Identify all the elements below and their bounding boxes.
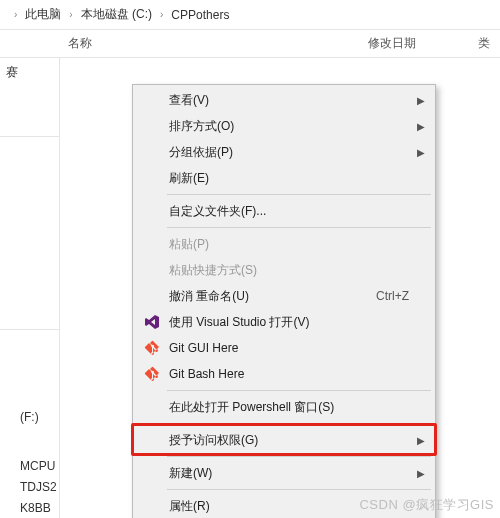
file-list-area[interactable]: 查看(V) ▶ 排序方式(O) ▶ 分组依据(P) ▶ 刷新(E) 自定义文件夹… <box>60 58 500 518</box>
menu-customize-folder[interactable]: 自定义文件夹(F)... <box>135 198 433 224</box>
menu-separator <box>167 456 431 457</box>
context-menu: 查看(V) ▶ 排序方式(O) ▶ 分组依据(P) ▶ 刷新(E) 自定义文件夹… <box>132 84 436 518</box>
git-icon <box>139 338 165 358</box>
column-name[interactable]: 名称 <box>60 35 360 52</box>
sidebar-item[interactable]: K8BB <box>0 497 59 518</box>
chevron-right-icon: › <box>154 9 169 20</box>
visual-studio-icon <box>139 312 165 332</box>
sidebar-item[interactable]: TDJS2 <box>0 476 59 497</box>
menu-separator <box>167 423 431 424</box>
menu-refresh[interactable]: 刷新(E) <box>135 165 433 191</box>
chevron-right-icon: ▶ <box>417 468 425 479</box>
column-date-modified[interactable]: 修改日期 <box>360 35 470 52</box>
watermark: CSDN @疯狂学习GIS <box>359 496 494 514</box>
menu-paste-shortcut: 粘贴快捷方式(S) <box>135 257 433 283</box>
chevron-right-icon: ▶ <box>417 147 425 158</box>
menu-open-powershell[interactable]: 在此处打开 Powershell 窗口(S) <box>135 394 433 420</box>
menu-git-bash[interactable]: Git Bash Here <box>135 361 433 387</box>
breadcrumb-this-pc[interactable]: 此电脑 <box>23 6 63 23</box>
menu-open-visual-studio[interactable]: 使用 Visual Studio 打开(V) <box>135 309 433 335</box>
menu-separator <box>167 390 431 391</box>
breadcrumb[interactable]: › 此电脑 › 本地磁盘 (C:) › CPPothers <box>0 0 500 30</box>
navigation-sidebar[interactable]: 赛 (F:) MCPU TDJS2 K8BB <box>0 58 60 518</box>
chevron-right-icon: ▶ <box>417 435 425 446</box>
menu-view[interactable]: 查看(V) ▶ <box>135 87 433 113</box>
menu-separator <box>167 489 431 490</box>
menu-separator <box>167 194 431 195</box>
menu-group-by[interactable]: 分组依据(P) ▶ <box>135 139 433 165</box>
menu-sort-by[interactable]: 排序方式(O) ▶ <box>135 113 433 139</box>
menu-grant-access[interactable]: 授予访问权限(G) ▶ <box>135 427 433 453</box>
menu-git-gui[interactable]: Git GUI Here <box>135 335 433 361</box>
menu-undo-rename[interactable]: 撤消 重命名(U) Ctrl+Z <box>135 283 433 309</box>
menu-separator <box>167 227 431 228</box>
shortcut-label: Ctrl+Z <box>376 289 427 303</box>
git-icon <box>139 364 165 384</box>
chevron-right-icon: ▶ <box>417 95 425 106</box>
sidebar-item[interactable]: (F:) <box>0 406 59 427</box>
sidebar-item[interactable]: MCPU <box>0 455 59 476</box>
column-type[interactable]: 类 <box>470 35 500 52</box>
column-headers: 名称 修改日期 类 <box>0 30 500 58</box>
chevron-right-icon: › <box>8 9 23 20</box>
breadcrumb-folder[interactable]: CPPothers <box>169 8 231 22</box>
chevron-right-icon: › <box>63 9 78 20</box>
sidebar-item[interactable]: 赛 <box>0 60 59 84</box>
chevron-right-icon: ▶ <box>417 121 425 132</box>
breadcrumb-drive[interactable]: 本地磁盘 (C:) <box>79 6 154 23</box>
menu-paste: 粘贴(P) <box>135 231 433 257</box>
menu-new[interactable]: 新建(W) ▶ <box>135 460 433 486</box>
